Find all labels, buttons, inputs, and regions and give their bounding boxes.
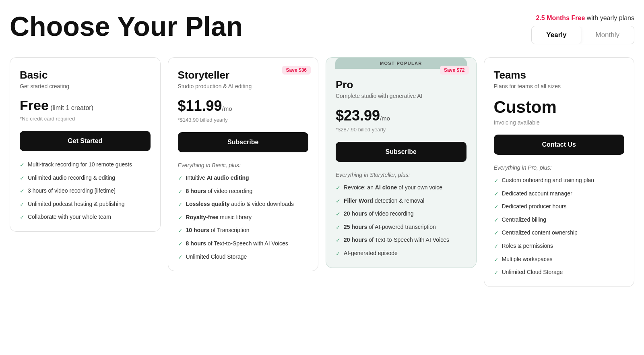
storyteller-save-badge: Save $36 bbox=[282, 66, 311, 75]
storyteller-price-period: /mo bbox=[222, 105, 232, 112]
list-item: ✓Unlimited Cloud Storage bbox=[494, 268, 625, 277]
pro-price-amount: $23.99 bbox=[336, 107, 380, 124]
pro-plan-name: Pro bbox=[336, 79, 466, 91]
check-icon: ✓ bbox=[178, 214, 183, 222]
check-icon: ✓ bbox=[336, 197, 341, 206]
list-item: ✓20 hours of video recording bbox=[336, 210, 466, 218]
check-icon: ✓ bbox=[178, 253, 183, 262]
check-icon: ✓ bbox=[494, 190, 499, 198]
promo-text: 2.5 Months Free with yearly plans bbox=[536, 15, 634, 22]
storyteller-price: $11.99/mo bbox=[178, 98, 309, 114]
teams-plan-tagline: Plans for teams of all sizes bbox=[494, 83, 625, 89]
storyteller-plan-tagline: Studio production & AI editing bbox=[178, 83, 309, 89]
list-item: ✓AI-generated episode bbox=[336, 249, 466, 258]
plan-teams: Teams Plans for teams of all sizes Custo… bbox=[484, 57, 635, 287]
list-item: ✓10 hours of Transcription bbox=[178, 226, 309, 235]
storyteller-price-amount: $11.99 bbox=[178, 98, 222, 114]
list-item: ✓Unlimited podcast hosting & publishing bbox=[20, 200, 151, 209]
pro-cta-button[interactable]: Subscribe bbox=[336, 142, 466, 162]
teams-features-label: Everything in Pro, plus: bbox=[494, 164, 625, 171]
check-icon: ✓ bbox=[20, 201, 25, 209]
pro-features-label: Everything in Storyteller, plus: bbox=[336, 172, 466, 178]
storyteller-billing-note: *$143.90 billed yearly bbox=[178, 117, 309, 124]
list-item: ✓Revoice: an AI clone of your own voice bbox=[336, 184, 466, 192]
plan-basic: Basic Get started creating Free (limit 1… bbox=[10, 57, 161, 232]
list-item: ✓8 hours of Text-to-Speech with AI Voice… bbox=[178, 240, 309, 248]
check-icon: ✓ bbox=[20, 174, 25, 183]
list-item: ✓Lossless quality audio & video download… bbox=[178, 200, 309, 209]
list-item: ✓20 hours of Text-to-Speech with AI Voic… bbox=[336, 236, 466, 245]
check-icon: ✓ bbox=[494, 229, 499, 237]
check-icon: ✓ bbox=[494, 177, 499, 185]
promo-highlight: 2.5 Months Free bbox=[536, 15, 585, 21]
pro-features-list: ✓Revoice: an AI clone of your own voice … bbox=[336, 184, 466, 258]
check-icon: ✓ bbox=[336, 237, 341, 245]
check-icon: ✓ bbox=[178, 188, 183, 196]
pro-plan-tagline: Complete studio with generative AI bbox=[336, 93, 466, 99]
list-item: ✓Dedicated account manager bbox=[494, 190, 625, 198]
basic-price: Free (limit 1 creator) bbox=[20, 98, 151, 113]
check-icon: ✓ bbox=[178, 240, 183, 248]
list-item: ✓Custom onboarding and training plan bbox=[494, 176, 625, 185]
check-icon: ✓ bbox=[20, 187, 25, 195]
teams-features-list: ✓Custom onboarding and training plan ✓De… bbox=[494, 176, 625, 277]
list-item: ✓Roles & permissions bbox=[494, 242, 625, 251]
billing-toggle[interactable]: Yearly Monthly bbox=[531, 26, 634, 44]
basic-features-list: ✓Multi-track recording for 10 remote gue… bbox=[20, 161, 151, 222]
list-item: ✓Unlimited Cloud Storage bbox=[178, 253, 309, 262]
list-item: ✓Multi-track recording for 10 remote gue… bbox=[20, 161, 151, 169]
check-icon: ✓ bbox=[20, 214, 25, 222]
list-item: ✓Intuitive AI audio editing bbox=[178, 174, 309, 183]
pro-billing-note: *$287.90 billed yearly bbox=[336, 127, 466, 134]
plan-storyteller: Save $36 Storyteller Studio production &… bbox=[168, 57, 319, 271]
teams-cta-button[interactable]: Contact Us bbox=[494, 135, 625, 155]
basic-price-amount: Free bbox=[20, 98, 49, 113]
page-title: Choose Your Plan bbox=[10, 12, 243, 41]
check-icon: ✓ bbox=[336, 224, 341, 232]
check-icon: ✓ bbox=[20, 161, 25, 169]
list-item: ✓Centralized content ownership bbox=[494, 229, 625, 237]
list-item: ✓Dedicated producer hours bbox=[494, 203, 625, 211]
storyteller-features-label: Everything in Basic, plus: bbox=[178, 162, 309, 168]
list-item: ✓Unlimited audio recording & editing bbox=[20, 174, 151, 183]
basic-billing-note: *No credit card required bbox=[20, 116, 151, 123]
check-icon: ✓ bbox=[494, 243, 499, 251]
check-icon: ✓ bbox=[336, 210, 341, 218]
storyteller-features-list: ✓Intuitive AI audio editing ✓8 hours of … bbox=[178, 174, 309, 261]
teams-invoicing-note: Invoicing available bbox=[494, 119, 625, 127]
yearly-toggle-btn[interactable]: Yearly bbox=[532, 26, 581, 44]
check-icon: ✓ bbox=[178, 174, 183, 183]
check-icon: ✓ bbox=[494, 269, 499, 277]
list-item: ✓3 hours of video recording [lifetime] bbox=[20, 187, 151, 195]
list-item: ✓Filler Word detection & removal bbox=[336, 197, 466, 206]
check-icon: ✓ bbox=[494, 216, 499, 224]
basic-plan-name: Basic bbox=[20, 69, 151, 81]
basic-price-note: (limit 1 creator) bbox=[50, 104, 93, 111]
check-icon: ✓ bbox=[336, 250, 341, 258]
check-icon: ✓ bbox=[494, 203, 499, 211]
plans-grid: Basic Get started creating Free (limit 1… bbox=[10, 57, 634, 287]
check-icon: ✓ bbox=[336, 184, 341, 192]
list-item: ✓Collaborate with your whole team bbox=[20, 213, 151, 222]
teams-price-custom: Custom bbox=[494, 98, 557, 116]
list-item: ✓Royalty-free music library bbox=[178, 214, 309, 222]
header-right: 2.5 Months Free with yearly plans Yearly… bbox=[531, 12, 634, 44]
list-item: ✓Centralized billing bbox=[494, 216, 625, 224]
check-icon: ✓ bbox=[494, 256, 499, 264]
pro-price: $23.99/mo bbox=[336, 107, 466, 124]
list-item: ✓8 hours of video recording bbox=[178, 187, 309, 196]
plan-pro: MOST POPULAR Save $72 Pro Complete studi… bbox=[326, 57, 477, 268]
teams-price: Custom bbox=[494, 98, 625, 117]
pro-save-badge: Save $72 bbox=[440, 66, 469, 75]
check-icon: ✓ bbox=[178, 227, 183, 235]
list-item: ✓25 hours of AI-powered transcription bbox=[336, 223, 466, 232]
basic-cta-button[interactable]: Get Started bbox=[20, 131, 151, 151]
storyteller-cta-button[interactable]: Subscribe bbox=[178, 132, 309, 152]
header: Choose Your Plan 2.5 Months Free with ye… bbox=[10, 12, 634, 44]
basic-plan-tagline: Get started creating bbox=[20, 83, 151, 89]
monthly-toggle-btn[interactable]: Monthly bbox=[581, 26, 634, 44]
list-item: ✓Multiple workspaces bbox=[494, 255, 625, 264]
pro-price-period: /mo bbox=[380, 115, 390, 122]
teams-plan-name: Teams bbox=[494, 69, 625, 81]
promo-suffix: with yearly plans bbox=[585, 15, 634, 21]
